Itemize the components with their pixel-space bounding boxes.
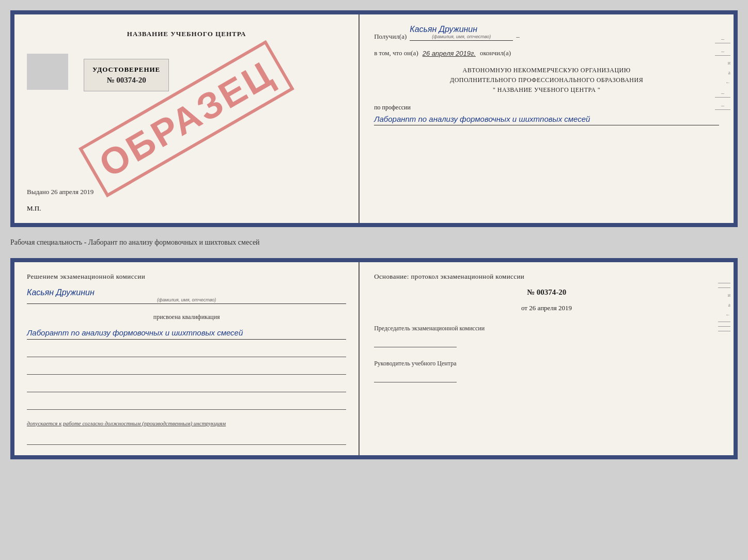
org-name-value: НАЗВАНИЕ УЧЕБНОГО ЦЕНТРА <box>497 86 596 93</box>
issued-date-value: 26 апреля 2019 <box>51 188 94 196</box>
section-title: Решением экзаменационной комиссии <box>27 273 346 281</box>
top-left-inner: УДОСТОВЕРЕНИЕ № 00374-20 <box>27 54 346 97</box>
profession-label: по профессии <box>374 104 719 111</box>
right-label-left: ← <box>725 79 730 85</box>
underline-5 <box>27 435 346 445</box>
cert-id-number: № 00374-20 <box>92 76 160 85</box>
dash1: – <box>516 33 520 41</box>
br-line-5 <box>718 331 730 331</box>
bottom-right-lines: и а ← <box>718 283 730 331</box>
right-side-lines: – – и а ← – – <box>715 35 730 110</box>
profession-block: по профессии Лаборанпт по анализу формов… <box>374 104 719 126</box>
br-line-1 <box>718 283 730 283</box>
underline-1 <box>27 347 346 357</box>
certificate-top: НАЗВАНИЕ УЧЕБНОГО ЦЕНТРА УДОСТОВЕРЕНИЕ №… <box>10 10 738 227</box>
bottom-right: Основание: протокол экзаменационной коми… <box>360 262 734 455</box>
br-line-2 <box>718 287 730 288</box>
org-line2: ДОПОЛНИТЕЛЬНОГО ПРОФЕССИОНАЛЬНОГО ОБРАЗО… <box>374 75 719 85</box>
date-line: в том, что он(а) 26 апреля 2019г. окончи… <box>374 49 719 57</box>
right-line-2: – <box>715 47 730 56</box>
допускается-prefix: допускается к <box>27 420 61 426</box>
cert-right: Получил(а) Касьян Дружинин (фамилия, имя… <box>360 14 734 223</box>
br-label-и: и <box>728 292 730 298</box>
certificate-bottom: Решением экзаменационной комиссии Касьян… <box>10 258 738 459</box>
issued-label: Выдано <box>27 188 49 196</box>
issued-date: Выдано 26 апреля 2019 <box>27 188 346 200</box>
qualification-label: присвоена квалификация <box>27 313 346 321</box>
school-name-top: НАЗВАНИЕ УЧЕБНОГО ЦЕНТРА <box>27 30 346 38</box>
underline-2 <box>27 364 346 375</box>
руководитель-label: Руководитель учебного Центра <box>374 359 719 368</box>
right-line-4: – <box>715 102 730 110</box>
rukovoditel-block: Руководитель учебного Центра <box>374 359 719 382</box>
допускается-text: работе согласно должностным (производств… <box>63 420 226 426</box>
right-line-1: – <box>715 35 730 43</box>
chairman-signature <box>374 335 457 347</box>
page-wrapper: НАЗВАНИЕ УЧЕБНОГО ЦЕНТРА УДОСТОВЕРЕНИЕ №… <box>10 10 738 459</box>
right-label-а: а <box>728 70 730 75</box>
underline-4 <box>27 399 346 410</box>
org-block: АВТОНОМНУЮ НЕКОММЕРЧЕСКУЮ ОРГАНИЗАЦИЮ ДО… <box>374 66 719 95</box>
protocol-number: № 00374-20 <box>374 288 719 297</box>
org-line1: АВТОНОМНУЮ НЕКОММЕРЧЕСКУЮ ОРГАНИЗАЦИЮ <box>374 66 719 75</box>
okoncil-label: окончил(а) <box>480 49 511 57</box>
received-name: Касьян Дружинин (фамилия, имя, отчество) <box>410 25 513 41</box>
received-label: Получил(а) <box>374 33 407 41</box>
name-hint-top: (фамилия, имя, отчество) <box>410 34 513 39</box>
cert-id-box: УДОСТОВЕРЕНИЕ № 00374-20 <box>84 59 169 91</box>
date-value: 26 апреля 2019г. <box>423 50 476 57</box>
cert-left: НАЗВАНИЕ УЧЕБНОГО ЦЕНТРА УДОСТОВЕРЕНИЕ №… <box>14 14 360 223</box>
org-quote1: " <box>493 86 495 93</box>
date-prefix: в том, что он(а) <box>374 49 418 57</box>
br-line-3 <box>718 322 730 322</box>
br-label-а: а <box>728 302 730 308</box>
допускается-line: допускается к работе согласно должностны… <box>27 419 346 428</box>
br-line-4 <box>718 326 730 327</box>
protocol-date-value: 26 апреля 2019 <box>529 304 572 312</box>
руководитель-signature <box>374 370 457 382</box>
right-label-и: и <box>728 60 730 66</box>
org-name-line: " НАЗВАНИЕ УЧЕБНОГО ЦЕНТРА " <box>374 85 719 95</box>
received-line: Получил(а) Касьян Дружинин (фамилия, имя… <box>374 25 719 41</box>
osnov-title: Основание: протокол экзаменационной коми… <box>374 273 719 281</box>
chairman-label: Председатель экзаменационной комиссии <box>374 324 719 333</box>
br-label-left: ← <box>725 312 730 317</box>
photo-placeholder <box>27 54 68 90</box>
bottom-left: Решением экзаменационной комиссии Касьян… <box>14 262 360 455</box>
protocol-date: от 26 апреля 2019 <box>374 304 719 312</box>
specialty-line: Рабочая специальность - Лаборант по анал… <box>10 235 738 250</box>
qualification-value: Лаборанпт по анализу формовочных и шихтп… <box>27 327 346 340</box>
protocol-date-prefix: от <box>521 304 527 312</box>
org-quote2: " <box>598 86 600 93</box>
mp-label: М.П. <box>27 204 346 213</box>
bottom-name-field: Касьян Дружинин (фамилия, имя, отчество) <box>27 288 346 304</box>
profession-value: Лаборанпт по анализу формовочных и шихтп… <box>374 114 719 126</box>
bottom-name-hint: (фамилия, имя, отчество) <box>27 297 346 302</box>
chairman-block: Председатель экзаменационной комиссии <box>374 324 719 347</box>
cert-id-label: УДОСТОВЕРЕНИЕ <box>92 66 160 74</box>
right-line-3: – <box>715 89 730 98</box>
underline-3 <box>27 382 346 392</box>
